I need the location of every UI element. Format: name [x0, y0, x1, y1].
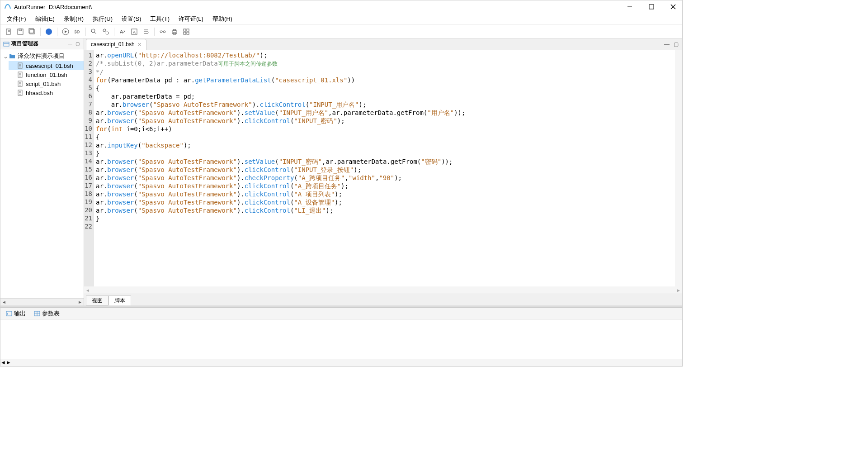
project-panel-title: 项目管理器: [11, 40, 66, 48]
step-icon[interactable]: [72, 26, 83, 37]
tree-file-item[interactable]: script_01.bsh: [9, 79, 84, 88]
project-panel-icon: [3, 41, 9, 47]
link-icon[interactable]: [157, 26, 168, 37]
play-icon[interactable]: [60, 26, 71, 37]
svg-rect-27: [187, 32, 189, 34]
tree-node-label: script_01.bsh: [26, 81, 61, 87]
toolbar: A A: [0, 25, 682, 38]
scroll-right-icon[interactable]: ►: [675, 288, 682, 293]
svg-rect-6: [19, 29, 22, 31]
tab-script[interactable]: 脚本: [108, 295, 131, 305]
close-button[interactable]: [668, 1, 679, 12]
font-icon[interactable]: A: [117, 26, 128, 37]
menu-run[interactable]: 执行(U): [88, 13, 117, 25]
svg-point-13: [103, 29, 106, 32]
tree-node-label: function_01.bsh: [26, 71, 67, 78]
titlebar: AutoRunner D:\ARdocument\: [0, 0, 682, 13]
svg-rect-26: [184, 32, 186, 34]
app-icon: [4, 3, 11, 10]
print-icon[interactable]: [169, 26, 180, 37]
format-icon[interactable]: A: [129, 26, 140, 37]
table-icon: [34, 310, 40, 317]
svg-rect-5: [18, 29, 23, 34]
minimize-button[interactable]: [624, 1, 635, 12]
menu-tools[interactable]: 工具(T): [146, 13, 174, 25]
output-horizontal-scrollbar[interactable]: ◄ ►: [0, 359, 682, 366]
output-tabbar: 输出 参数表: [0, 308, 682, 319]
project-panel-header: 项目管理器 — ▢: [0, 38, 84, 49]
chevron-down-icon[interactable]: ⌄: [2, 53, 9, 60]
menu-file[interactable]: 文件(F): [2, 13, 31, 25]
scroll-right-icon[interactable]: ►: [6, 359, 11, 366]
menu-help[interactable]: 帮助(H): [208, 13, 237, 25]
tab-minimize-icon[interactable]: —: [663, 41, 670, 48]
sidebar-scrollbar[interactable]: ◄ ►: [0, 298, 84, 305]
line-gutter: 12345678910111213141516171819202122: [84, 50, 94, 286]
project-tree: ⌄ 泽众软件演示项目 casescript_01.bshfunction_01.…: [0, 49, 84, 298]
code-content[interactable]: ar.openURL("http://localhost:8082/TestLa…: [94, 50, 675, 286]
svg-rect-22: [173, 29, 176, 31]
menubar: 文件(F) 编辑(E) 录制(R) 执行(U) 设置(S) 工具(T) 许可证(…: [0, 13, 682, 25]
code-editor[interactable]: 12345678910111213141516171819202122 ar.o…: [84, 50, 682, 286]
file-icon: [17, 80, 24, 87]
tree-node-label: hhasd.bsh: [26, 90, 53, 96]
menu-settings[interactable]: 设置(S): [117, 13, 146, 25]
editor-area: casescript_01.bsh ✕ — ▢ 1234567891011121…: [84, 38, 682, 305]
window-title: AutoRunner D:\ARdocument\: [14, 4, 624, 10]
grid-icon[interactable]: [181, 26, 192, 37]
panel-maximize-icon[interactable]: ▢: [74, 40, 81, 48]
tree-file-item[interactable]: casescript_01.bsh: [9, 61, 84, 70]
tab-maximize-icon[interactable]: ▢: [672, 41, 679, 48]
tree-node-label: 泽众软件演示项目: [18, 52, 65, 60]
panel-minimize-icon[interactable]: —: [66, 40, 74, 48]
file-icon: [17, 71, 24, 78]
scroll-left-icon[interactable]: ◄: [84, 288, 91, 293]
sidebar: 项目管理器 — ▢ ⌄ 泽众软件演示项目 casescript_01.bshfu…: [0, 38, 84, 305]
file-icon: [17, 62, 24, 69]
editor-bottom-tabs: 视图 脚本: [84, 294, 682, 305]
editor-horizontal-scrollbar[interactable]: ◄ ►: [84, 286, 682, 294]
svg-text:A: A: [133, 30, 136, 34]
svg-point-14: [106, 32, 108, 34]
tree-node-label: casescript_01.bsh: [26, 62, 73, 69]
new-file-icon[interactable]: [3, 26, 14, 37]
maximize-button[interactable]: [646, 1, 657, 12]
svg-rect-28: [4, 42, 9, 46]
svg-rect-24: [184, 29, 186, 31]
editor-tabbar: casescript_01.bsh ✕ — ▢: [84, 38, 682, 50]
svg-line-12: [94, 32, 96, 34]
save-all-icon[interactable]: [27, 26, 38, 37]
svg-point-11: [91, 29, 95, 33]
svg-text:A: A: [120, 29, 123, 34]
tree-file-item[interactable]: function_01.bsh: [9, 70, 84, 79]
app-window: AutoRunner D:\ARdocument\ 文件(F) 编辑(E) 录制…: [0, 0, 683, 367]
svg-rect-1: [649, 5, 654, 9]
editor-tab[interactable]: casescript_01.bsh ✕: [86, 39, 146, 50]
svg-rect-33: [6, 311, 12, 316]
menu-license[interactable]: 许可证(L): [174, 13, 208, 25]
close-icon[interactable]: ✕: [137, 42, 142, 48]
output-panel: 输出 参数表 ◄ ►: [0, 307, 682, 366]
scroll-left-icon[interactable]: ◄: [0, 300, 8, 305]
editor-vertical-scrollbar[interactable]: [675, 50, 682, 286]
svg-point-9: [46, 29, 52, 35]
tab-params[interactable]: 参数表: [30, 309, 63, 319]
scroll-right-icon[interactable]: ►: [76, 300, 84, 305]
record-icon[interactable]: [43, 26, 54, 37]
save-icon[interactable]: [15, 26, 26, 37]
menu-record[interactable]: 录制(R): [59, 13, 88, 25]
find-icon[interactable]: [89, 26, 99, 37]
scroll-left-icon[interactable]: ◄: [0, 359, 6, 366]
output-body[interactable]: [0, 319, 682, 359]
menu-edit[interactable]: 编辑(E): [31, 13, 59, 25]
tree-project-root[interactable]: ⌄ 泽众软件演示项目: [0, 51, 84, 61]
console-icon: [6, 310, 12, 317]
list-icon[interactable]: [141, 26, 151, 37]
tree-file-item[interactable]: hhasd.bsh: [9, 88, 84, 97]
tab-label: casescript_01.bsh: [91, 41, 135, 48]
main-area: 项目管理器 — ▢ ⌄ 泽众软件演示项目 casescript_01.bshfu…: [0, 38, 682, 305]
tab-view[interactable]: 视图: [86, 295, 108, 305]
tab-output[interactable]: 输出: [2, 309, 29, 319]
find-replace-icon[interactable]: [100, 26, 111, 37]
svg-rect-25: [187, 29, 189, 31]
